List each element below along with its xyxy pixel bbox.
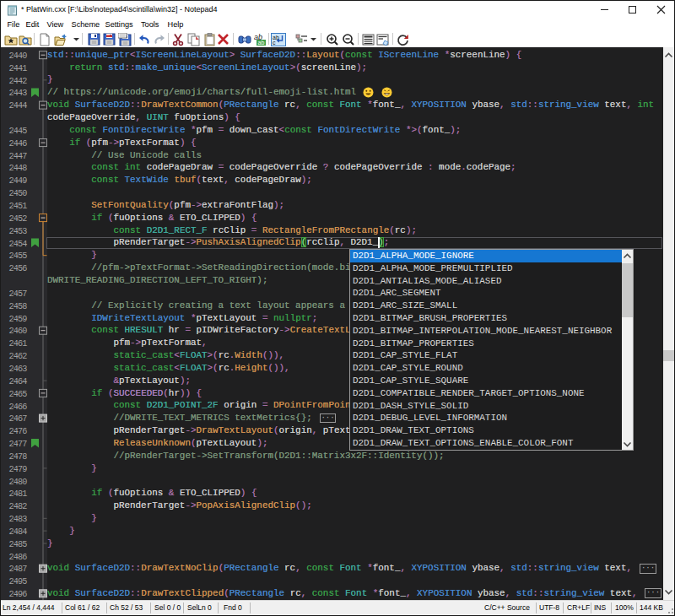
svg-text:ab: ab bbox=[257, 40, 264, 46]
svg-text:c: c bbox=[273, 40, 276, 46]
